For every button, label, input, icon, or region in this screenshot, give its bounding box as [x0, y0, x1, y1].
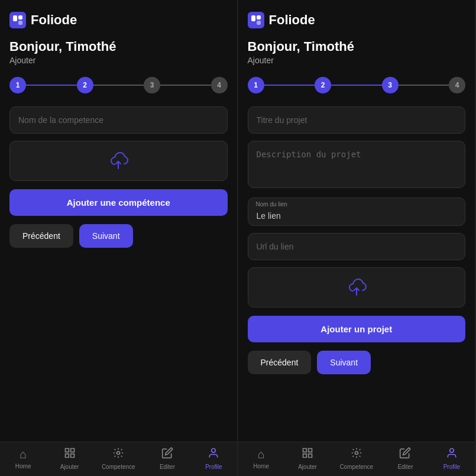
step-line-3: [160, 85, 211, 86]
stepper-right: 1 2 3 4: [248, 77, 466, 93]
subtitle-right: Ajouter: [248, 56, 466, 65]
step-line-1: [26, 85, 77, 86]
nav-competence-label-left: Competence: [102, 464, 135, 470]
greeting-right: Bonjour, Timothé: [248, 39, 466, 54]
svg-rect-1: [18, 15, 22, 20]
add-project-button[interactable]: Ajouter un projet: [248, 316, 466, 342]
nav-ajouter-left[interactable]: Ajouter: [56, 447, 84, 470]
nav-home-label-right: Home: [253, 463, 269, 469]
profile-icon-left: [208, 447, 219, 462]
bottom-nav-right: ⌂ Home Ajouter Competence: [238, 442, 475, 476]
logo-icon-right: [248, 12, 264, 28]
nav-ajouter-label-right: Ajouter: [298, 464, 317, 470]
nav-buttons-left: Précédent Suivant: [9, 224, 228, 248]
project-description-input[interactable]: [248, 141, 466, 188]
logo-right: Foliode: [248, 12, 466, 28]
prev-button-right[interactable]: Précédent: [248, 351, 312, 374]
editer-icon-right: [399, 447, 411, 462]
nav-editer-label-left: Editer: [160, 464, 175, 470]
ajouter-icon-right: [302, 447, 313, 462]
step-line-2: [93, 85, 144, 86]
nav-editer-label-right: Editer: [397, 464, 413, 470]
nav-ajouter-label-left: Ajouter: [60, 464, 79, 470]
svg-rect-7: [257, 21, 261, 25]
ajouter-icon: [64, 447, 76, 462]
nav-competence-right[interactable]: Competence: [339, 447, 373, 470]
competence-input[interactable]: [9, 106, 228, 134]
competence-icon-right: [351, 447, 362, 462]
editer-icon: [161, 447, 173, 462]
profile-icon-right: [446, 447, 458, 462]
step-3: 3: [144, 77, 160, 93]
prev-button-left[interactable]: Précédent: [9, 224, 73, 248]
project-title-input[interactable]: [248, 106, 466, 134]
nav-buttons-right: Précédent Suivant: [248, 351, 466, 374]
nav-competence-label-right: Competence: [339, 464, 373, 470]
app-name-right: Foliode: [269, 12, 315, 28]
upload-area-right[interactable]: [248, 267, 466, 307]
app-name: Foliode: [31, 12, 77, 28]
nav-home-label-left: Home: [15, 463, 31, 469]
step-line-r2: [331, 85, 382, 86]
next-button-right[interactable]: Suivant: [317, 351, 371, 374]
nav-home-left[interactable]: ⌂ Home: [9, 448, 37, 469]
svg-point-8: [355, 452, 358, 455]
step-line-r1: [264, 85, 315, 86]
nav-editer-right[interactable]: Editer: [391, 447, 419, 470]
url-input[interactable]: [248, 233, 466, 260]
step-r2: 2: [315, 77, 331, 93]
step-1: 1: [9, 77, 26, 93]
step-line-r3: [399, 85, 449, 86]
nav-competence-left[interactable]: Competence: [102, 447, 135, 470]
subtitle-left: Ajouter: [9, 56, 228, 65]
svg-point-4: [212, 449, 216, 453]
nav-profile-label-right: Profile: [443, 464, 460, 470]
step-r1: 1: [248, 77, 264, 93]
home-icon-right: ⌂: [258, 448, 265, 461]
step-4: 4: [211, 77, 228, 93]
nav-ajouter-right[interactable]: Ajouter: [293, 447, 322, 470]
svg-point-3: [117, 452, 120, 455]
logo-icon: [9, 12, 26, 28]
logo: Foliode: [9, 12, 228, 28]
svg-rect-6: [257, 15, 261, 20]
greeting-left: Bonjour, Timothé: [9, 39, 228, 54]
left-panel: Foliode Bonjour, Timothé Ajouter 1 2 3 4…: [0, 0, 238, 476]
right-panel: Foliode Bonjour, Timothé Ajouter 1 2 3 4…: [238, 0, 477, 476]
stepper-left: 1 2 3 4: [9, 77, 228, 93]
competence-icon: [112, 447, 124, 462]
upload-area-left[interactable]: [9, 141, 228, 181]
step-2: 2: [77, 77, 93, 93]
home-icon: ⌂: [20, 448, 27, 461]
step-r3: 3: [382, 77, 399, 93]
svg-point-9: [449, 449, 454, 453]
nav-home-right[interactable]: ⌂ Home: [247, 448, 276, 469]
svg-rect-0: [13, 15, 17, 21]
nav-editer-left[interactable]: Editer: [153, 447, 182, 470]
link-name-label: Nom du lien: [256, 201, 287, 208]
nav-profile-left[interactable]: Profile: [199, 447, 228, 470]
nav-profile-right[interactable]: Profile: [438, 447, 466, 470]
add-competence-button[interactable]: Ajouter une compétence: [9, 189, 228, 216]
next-button-left[interactable]: Suivant: [79, 224, 133, 248]
step-r4: 4: [449, 77, 465, 93]
svg-rect-5: [251, 15, 255, 21]
bottom-nav-left: ⌂ Home Ajouter Competence: [0, 442, 237, 476]
link-name-wrapper: Nom du lien: [248, 197, 466, 226]
nav-profile-label-left: Profile: [205, 464, 222, 470]
svg-rect-2: [18, 21, 22, 25]
